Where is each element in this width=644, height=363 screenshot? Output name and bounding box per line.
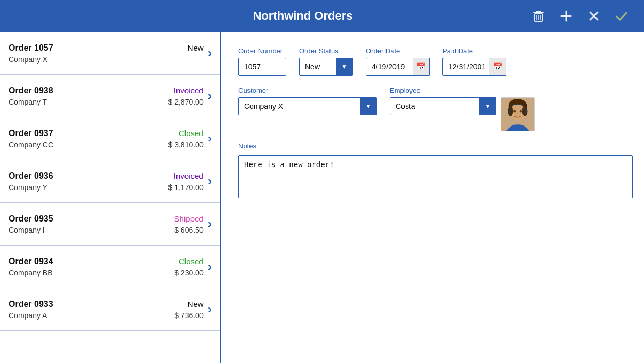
main-content: Order 1057 New Company X › Order 0938 In… bbox=[0, 32, 644, 363]
list-item[interactable]: Order 0937 Closed Company CC $ 3,810.00 … bbox=[0, 117, 220, 160]
detail-panel: Order Number Order Status New Invoiced C… bbox=[221, 32, 644, 363]
paid-date-calendar-icon[interactable]: 📅 bbox=[489, 58, 506, 76]
svg-point-13 bbox=[513, 110, 516, 113]
order-company: Company BB bbox=[9, 269, 52, 277]
order-status: New bbox=[188, 299, 204, 309]
list-item[interactable]: Order 0934 Closed Company BB $ 230.00 › bbox=[0, 246, 220, 288]
order-status: Invoiced bbox=[174, 86, 204, 95]
svg-point-14 bbox=[520, 110, 522, 113]
list-item[interactable]: Order 0933 New Company A $ 736.00 › bbox=[0, 288, 220, 331]
order-name: Order 0937 bbox=[9, 129, 53, 138]
order-date-group: Order Date 📅 bbox=[366, 47, 430, 76]
order-item-content: Order 0938 Invoiced Company T $ 2,870.00 bbox=[9, 86, 204, 106]
list-item[interactable]: Order 1057 New Company X › bbox=[0, 32, 220, 75]
list-item[interactable]: Order 0935 Shipped Company I $ 606.50 › bbox=[0, 203, 220, 246]
order-status-select-wrapper: New Invoiced Closed Shipped bbox=[299, 58, 353, 76]
notes-textarea[interactable]: Here is a new order! bbox=[238, 155, 633, 198]
chevron-right-icon: › bbox=[208, 217, 212, 231]
order-company: Company A bbox=[9, 311, 47, 320]
order-amount: $ 3,810.00 bbox=[168, 140, 204, 149]
employee-select[interactable]: Costa Smith Johnson bbox=[390, 97, 496, 115]
order-item-content: Order 0937 Closed Company CC $ 3,810.00 bbox=[9, 129, 204, 149]
order-status-group: Order Status New Invoiced Closed Shipped bbox=[299, 47, 353, 76]
notes-group: Notes Here is a new order! bbox=[238, 142, 627, 198]
svg-rect-17 bbox=[524, 109, 527, 114]
list-item[interactable]: Order 0936 Invoiced Company Y $ 1,170.00… bbox=[0, 160, 220, 203]
customer-label: Customer bbox=[238, 86, 377, 94]
employee-group: Employee Costa Smith Johnson bbox=[390, 86, 535, 131]
order-status: Closed bbox=[179, 129, 204, 138]
order-name: Order 0935 bbox=[9, 214, 53, 224]
order-list: Order 1057 New Company X › Order 0938 In… bbox=[0, 32, 221, 363]
order-name: Order 0936 bbox=[9, 171, 53, 181]
order-item-content: Order 1057 New Company X bbox=[9, 43, 204, 64]
paid-date-wrapper: 📅 bbox=[442, 58, 506, 76]
chevron-right-icon: › bbox=[208, 303, 212, 317]
order-item-content: Order 0935 Shipped Company I $ 606.50 bbox=[9, 214, 204, 234]
paid-date-group: Paid Date 📅 bbox=[442, 47, 506, 76]
form-row-2: Customer Company X Company T Company CC … bbox=[238, 86, 627, 131]
order-item-content: Order 0933 New Company A $ 736.00 bbox=[9, 299, 204, 320]
order-company: Company Y bbox=[9, 183, 47, 192]
order-status: Invoiced bbox=[174, 171, 204, 180]
employee-row: Costa Smith Johnson bbox=[390, 97, 535, 131]
customer-group: Customer Company X Company T Company CC … bbox=[238, 86, 377, 131]
header-toolbar bbox=[529, 6, 631, 26]
order-amount: $ 2,870.00 bbox=[168, 98, 204, 106]
order-name: Order 0934 bbox=[9, 257, 53, 266]
order-status: Closed bbox=[179, 257, 204, 266]
order-name: Order 1057 bbox=[9, 43, 53, 53]
order-company: Company CC bbox=[9, 140, 53, 149]
chevron-right-icon: › bbox=[208, 175, 212, 188]
chevron-right-icon: › bbox=[208, 89, 212, 103]
add-button[interactable] bbox=[557, 6, 576, 26]
order-company: Company X bbox=[9, 55, 47, 64]
order-amount: $ 1,170.00 bbox=[168, 183, 204, 192]
app-header: Northwind Orders bbox=[0, 0, 644, 32]
order-amount: $ 230.00 bbox=[174, 269, 204, 277]
order-number-input[interactable] bbox=[238, 58, 286, 76]
cancel-button[interactable] bbox=[584, 6, 603, 26]
order-status: Shipped bbox=[174, 214, 204, 223]
customer-select-wrapper: Company X Company T Company CC Company Y… bbox=[238, 97, 377, 115]
employee-photo bbox=[501, 97, 535, 131]
notes-label: Notes bbox=[238, 142, 627, 150]
employee-label: Employee bbox=[390, 86, 535, 94]
order-date-calendar-icon[interactable]: 📅 bbox=[413, 58, 430, 76]
order-company: Company T bbox=[9, 98, 47, 106]
app-title: Northwind Orders bbox=[77, 9, 529, 23]
order-company: Company I bbox=[9, 226, 45, 234]
chevron-right-icon: › bbox=[208, 46, 212, 60]
order-amount: $ 736.00 bbox=[174, 311, 204, 320]
confirm-button[interactable] bbox=[612, 6, 631, 26]
order-name: Order 0933 bbox=[9, 299, 53, 309]
list-item[interactable]: Order 0938 Invoiced Company T $ 2,870.00… bbox=[0, 75, 220, 117]
order-name: Order 0938 bbox=[9, 86, 53, 96]
svg-point-15 bbox=[517, 113, 519, 114]
order-status-select[interactable]: New Invoiced Closed Shipped bbox=[299, 58, 353, 76]
order-date-label: Order Date bbox=[366, 47, 430, 55]
employee-select-wrapper: Costa Smith Johnson bbox=[390, 97, 496, 115]
delete-button[interactable] bbox=[529, 6, 548, 26]
order-status: New bbox=[188, 43, 204, 52]
order-number-group: Order Number bbox=[238, 47, 286, 76]
paid-date-label: Paid Date bbox=[442, 47, 506, 55]
chevron-right-icon: › bbox=[208, 132, 212, 146]
order-item-content: Order 0934 Closed Company BB $ 230.00 bbox=[9, 257, 204, 277]
order-amount: $ 606.50 bbox=[174, 226, 204, 234]
order-item-content: Order 0936 Invoiced Company Y $ 1,170.00 bbox=[9, 171, 204, 192]
chevron-right-icon: › bbox=[208, 260, 212, 274]
order-number-label: Order Number bbox=[238, 47, 286, 55]
order-status-label: Order Status bbox=[299, 47, 353, 55]
order-date-wrapper: 📅 bbox=[366, 58, 430, 76]
customer-select[interactable]: Company X Company T Company CC Company Y… bbox=[238, 97, 377, 115]
svg-rect-16 bbox=[509, 109, 512, 114]
form-row-1: Order Number Order Status New Invoiced C… bbox=[238, 47, 627, 76]
